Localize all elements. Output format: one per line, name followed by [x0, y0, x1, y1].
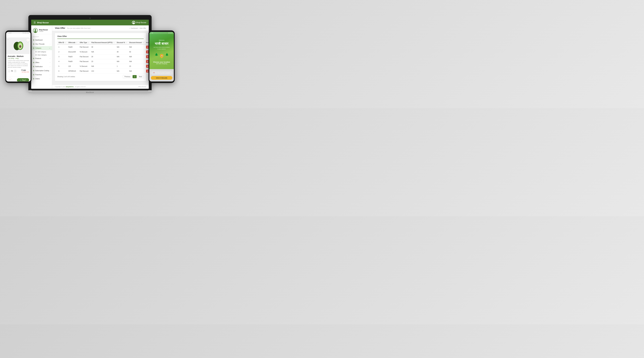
- phone-left-status-right: 9:41 AM 100%: [22, 33, 30, 34]
- sidebar-item-label-notification: Notification: [35, 66, 42, 67]
- city-arrow-icon: ›: [50, 43, 50, 45]
- category-icon: ⊞: [33, 47, 34, 49]
- product-back-icon[interactable]: ‹: [8, 35, 8, 37]
- table-row: 1 Flat30 Flat Discount 30 N/A N/A 🗑: [57, 45, 149, 50]
- page-1-button[interactable]: 1: [132, 75, 137, 78]
- cell-type: % Discount: [78, 50, 90, 54]
- sort-icon-flat[interactable]: ⇕: [114, 42, 114, 43]
- location-bottom: 📍 Use My Current Location Select it Manu…: [150, 69, 174, 82]
- franchise-arrow-icon: ›: [50, 74, 50, 76]
- phone-right: ☞ ■ □ 10:53 AM Welcome भाजी बाजार we'll …: [148, 31, 175, 83]
- cell-discount-pct: N/A: [116, 45, 128, 50]
- sidebar-item-products[interactable]: ⊞ Products ›: [31, 57, 52, 61]
- cell-id: 5: [57, 64, 67, 69]
- cell-action: 🗑: [145, 50, 149, 54]
- stepper-value: 01: [11, 70, 13, 72]
- scene: ● Sketch 9:41 AM 100% ‹ ⤢: [4, 3, 176, 105]
- cell-flat-amount: 213: [90, 69, 116, 74]
- breadcrumb-current: View Offer: [140, 27, 146, 29]
- cell-discount-amt: 50: [128, 50, 145, 54]
- main-header: View Offer You can view added offer from…: [52, 25, 149, 31]
- bag-it-button[interactable]: 🛒 Bag It: [17, 78, 29, 82]
- sidebar-user-info: Bhaji Bazaar ADMIN: [39, 29, 48, 32]
- location-screen: ☞ ■ □ 10:53 AM Welcome भाजी बाजार we'll …: [150, 32, 174, 82]
- sidebar-subitem-view-category[interactable]: ⊛ View Category: [31, 53, 52, 57]
- cell-discount-pct: 1: [116, 64, 128, 69]
- sort-icon-amt[interactable]: ⇕: [143, 42, 144, 43]
- phone-left-status-left: ● Sketch: [7, 33, 12, 34]
- admin-topbar: ☰ Bhaji Bazaar Bhaji Bazaar: [31, 20, 149, 25]
- sidebar-item-notification[interactable]: ⊞ Notification ›: [31, 65, 52, 69]
- stepper-plus-button[interactable]: +: [14, 70, 16, 72]
- sidebar-item-label-orders: Orders: [35, 78, 40, 80]
- sidebar-item-label-category: Category: [35, 47, 42, 49]
- cell-discount-pct: N/A: [116, 54, 128, 59]
- offers-table: Offer ID ⇕ Offercode ⇕ Offer Type ⇕ Flat…: [57, 41, 149, 74]
- product-price: ₹ 120: [22, 69, 29, 71]
- topbar-menu-icon[interactable]: ☰: [34, 21, 36, 24]
- table-row: 3 Flat20 Flat Discount 20 N/A N/A 🗑: [57, 54, 149, 59]
- stepper-minus-button[interactable]: −: [8, 70, 10, 72]
- product-favorite-icon[interactable]: ♡: [26, 39, 30, 42]
- tree-right-icon: 🌲: [165, 53, 168, 59]
- product-description: Loved for their creamy texture and heart…: [8, 60, 29, 68]
- phone-right-status-bar: ☞ ■ □ 10:53 AM: [150, 32, 174, 34]
- wishlist-button[interactable]: ♡: [8, 78, 12, 82]
- sidebar-item-subscription[interactable]: ⊞ Subscription Costing ›: [31, 69, 52, 73]
- location-welcome: Welcome: [159, 40, 164, 41]
- use-current-location-button[interactable]: 📍 Use My Current Location: [151, 71, 172, 75]
- svg-point-6: [133, 22, 134, 23]
- cell-action: 🗑: [145, 59, 149, 64]
- product-image: [12, 40, 24, 52]
- cell-id: 2: [57, 50, 67, 54]
- admin-footer: Copyright © 2020 SEQUENTIA . All rights …: [52, 85, 149, 89]
- sidebar-item-category[interactable]: ⊞ Category ∨: [31, 46, 52, 50]
- product-top-bar: ‹: [6, 34, 30, 38]
- content-card-title: View Offer: [57, 35, 144, 39]
- prev-button[interactable]: Previous: [123, 75, 132, 78]
- sort-icon-type[interactable]: ⇕: [88, 42, 89, 43]
- cell-flat-amount: 20: [90, 54, 116, 59]
- sidebar-item-city[interactable]: ⊞ City / Pincode ›: [31, 42, 52, 46]
- laptop-bezel: ☰ Bhaji Bazaar Bhaji Bazaar: [28, 15, 152, 90]
- product-screen: ‹ ⤢: [6, 34, 30, 82]
- cell-action: 🗑: [145, 64, 149, 69]
- sort-icon-code[interactable]: ⇕: [76, 42, 77, 43]
- admin-sidebar: Bhaji Bazaar ADMIN HEADER ⊞ Dashboard: [31, 25, 52, 89]
- sidebar-item-orders[interactable]: ⊞ Orders ›: [31, 77, 52, 81]
- offers-arrow-icon: ›: [50, 62, 50, 63]
- next-button[interactable]: Next: [137, 75, 144, 78]
- select-manually-button[interactable]: Select it Manually: [151, 76, 172, 80]
- cell-discount-pct: N/A: [116, 69, 128, 74]
- sort-icon-pct[interactable]: ⇕: [126, 42, 127, 43]
- sidebar-item-dashboard[interactable]: ⊞ Dashboard: [31, 38, 52, 42]
- franchise-icon: ⊞: [33, 74, 34, 76]
- subscription-arrow-icon: ›: [50, 70, 50, 72]
- cell-id: 3: [57, 54, 67, 59]
- product-stepper: − 01 +: [8, 70, 16, 72]
- phone-left-status-bar: ● Sketch 9:41 AM 100%: [6, 32, 30, 34]
- main-header-left: View Offer You can view added offer from…: [55, 27, 90, 29]
- sidebar-subitem-add-category[interactable]: ⊛ Add Category: [31, 50, 52, 53]
- breadcrumb-home[interactable]: Dashboard: [131, 27, 138, 29]
- sidebar-item-offers[interactable]: ⊞ Offers ›: [31, 61, 52, 65]
- offers-icon: ⊞: [33, 62, 34, 64]
- col-discount-pct: Discount % ⇕: [116, 41, 128, 45]
- sort-icon-id[interactable]: ⇕: [65, 42, 66, 43]
- table-row: 6 OFFER123 Flat Discount 213 N/A N/A 🗑: [57, 69, 149, 74]
- cell-code: Discount30: [67, 50, 78, 54]
- orders-icon: ⊞: [33, 78, 34, 80]
- content-card: View Offer Offer ID ⇕ Offercode ⇕ Offer …: [55, 33, 146, 81]
- cell-type: Flat Discount: [78, 59, 90, 64]
- sidebar-item-franchise[interactable]: ⊞ Franchise ›: [31, 73, 52, 77]
- cell-type: Flat Discount: [78, 45, 90, 50]
- location-map-area: ☞ ■ □ 10:53 AM Welcome भाजी बाजार we'll …: [150, 32, 174, 69]
- cell-type: % Discount: [78, 64, 90, 69]
- map-pin: 🏠: [159, 53, 164, 58]
- product-price-row: − 01 + ₹ 120 You save 20%: [8, 69, 29, 73]
- cell-discount-amt: N/A: [128, 54, 145, 59]
- admin-panel: ☰ Bhaji Bazaar Bhaji Bazaar: [31, 20, 149, 89]
- product-price-area: ₹ 120 You save 20%: [22, 69, 29, 73]
- sidebar-section-label: HEADER: [31, 36, 52, 38]
- cell-id: 4: [57, 59, 67, 64]
